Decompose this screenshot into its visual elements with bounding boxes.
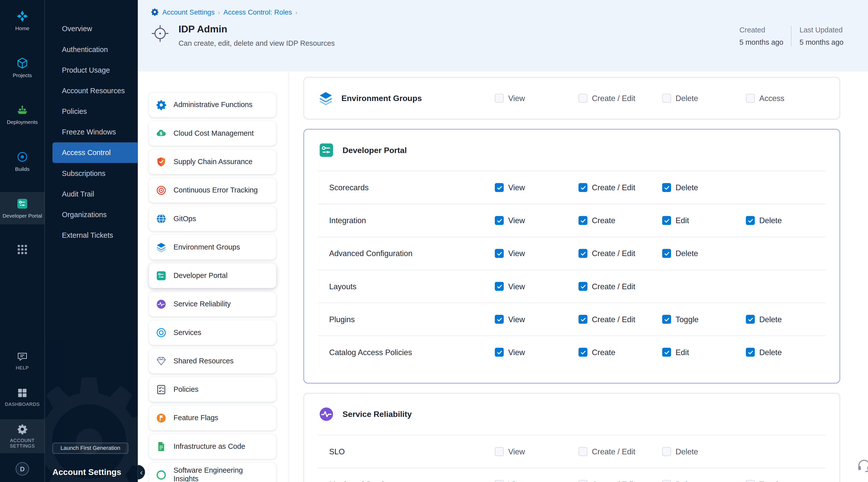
rail-item-home[interactable]: Home [0, 4, 45, 37]
checked-checkbox-icon [746, 216, 755, 225]
permission-row-label: Catalog Access Policies [318, 348, 495, 357]
resource-group-services[interactable]: Services [149, 321, 276, 345]
permission-create-edit-checkbox[interactable]: Create / Edit [579, 282, 662, 291]
shared-resources-icon [156, 356, 167, 367]
sidebar-item-overview[interactable]: Overview [45, 18, 138, 39]
rail-item-module-switcher[interactable] [0, 239, 45, 260]
rail-item-projects[interactable]: Projects [0, 51, 45, 84]
sidebar-item-account-resources[interactable]: Account Resources [45, 81, 138, 101]
unchecked-checkbox-icon [746, 480, 755, 482]
permission-create-edit-checkbox[interactable]: Create / Edit [579, 249, 662, 258]
infrastructure-as-code-icon [156, 441, 167, 452]
permission-delete-checkbox[interactable]: Delete [746, 216, 826, 225]
resource-group-label: Policies [174, 386, 198, 394]
sidebar-item-subscriptions[interactable]: Subscriptions [45, 163, 138, 184]
permission-view-checkbox[interactable]: View [495, 348, 579, 357]
user-avatar-button[interactable]: D [0, 456, 45, 482]
permission-view-checkbox[interactable]: View [495, 249, 579, 258]
resource-group-software-engineering-insights[interactable]: Software Engineering Insights [149, 463, 276, 482]
sidebar-item-label: Access Control [62, 149, 111, 157]
permission-delete-checkbox[interactable]: Delete [662, 447, 746, 456]
permission-view-checkbox[interactable]: View [495, 480, 579, 482]
sidebar-item-authentication[interactable]: Authentication [45, 39, 138, 60]
resource-group-shared-resources[interactable]: Shared Resources [149, 349, 276, 373]
rail-item-label: Developer Portal [2, 213, 42, 219]
permission-delete-checkbox[interactable]: Delete [662, 183, 746, 192]
permission-delete-checkbox[interactable]: Delete [662, 480, 746, 482]
services-icon [156, 327, 167, 338]
permission-card-title: Service Reliability [343, 410, 412, 419]
created-meta: Created 5 months ago [739, 26, 783, 46]
resource-group-environment-groups[interactable]: Environment Groups [149, 235, 276, 260]
permission-view-checkbox[interactable]: View [495, 282, 579, 291]
permission-edit-checkbox[interactable]: Edit [662, 348, 746, 357]
permission-create-edit-checkbox[interactable]: Create / Edit [579, 480, 662, 482]
resource-group-cloud-cost-management[interactable]: $Cloud Cost Management [149, 121, 276, 146]
sidebar-item-external-tickets[interactable]: External Tickets [45, 225, 138, 245]
environment-groups-icon [156, 242, 167, 253]
permission-toggle-checkbox[interactable]: Toggle [662, 315, 746, 324]
resource-group-label: Supply Chain Assurance [174, 158, 253, 166]
rail-item-builds[interactable]: Builds [0, 145, 45, 177]
permission-delete-checkbox[interactable]: Delete [746, 348, 826, 357]
resource-group-administrative-functions[interactable]: Administrative Functions [149, 93, 276, 117]
sidebar-item-audit-trail[interactable]: Audit Trail [45, 184, 138, 204]
permission-view-checkbox[interactable]: View [495, 315, 579, 324]
resource-group-developer-portal[interactable]: Developer Portal [149, 263, 276, 288]
sidebar-item-policies[interactable]: Policies [45, 101, 138, 122]
permission-toggle-checkbox[interactable]: Toggle [746, 480, 826, 482]
resource-group-supply-chain-assurance[interactable]: Supply Chain Assurance [149, 150, 276, 174]
permission-card-header: Service Reliability [318, 394, 826, 435]
permission-create-edit-checkbox[interactable]: Create / Edit [579, 315, 662, 324]
rail-item-developer-portal[interactable]: Developer Portal [0, 192, 45, 224]
rail-item-deployments[interactable]: Deployments [0, 98, 45, 131]
rail-item-dashboards[interactable]: DASHBOARDS [0, 383, 45, 411]
breadcrumb-account-settings-link[interactable]: Account Settings [162, 8, 215, 16]
permission-create-edit-checkbox[interactable]: Create / Edit [579, 447, 662, 456]
permission-label: Delete [759, 216, 782, 225]
permission-create-edit-checkbox[interactable]: Create / Edit [579, 94, 662, 103]
rail-item-account-settings[interactable]: ACCOUNT SETTINGS [0, 419, 45, 453]
permission-label: Create / Edit [592, 282, 636, 291]
main-content: Account Settings › Access Control: Roles… [138, 0, 868, 482]
sidebar-item-organizations[interactable]: Organizations [45, 204, 138, 225]
permission-delete-checkbox[interactable]: Delete [746, 315, 826, 324]
resource-group-continuous-error-tracking[interactable]: Continuous Error Tracking [149, 178, 276, 203]
permission-view-checkbox[interactable]: View [495, 94, 579, 103]
launch-first-generation-button[interactable]: Launch First Generation [53, 442, 128, 453]
rail-item-help[interactable]: HELP [0, 346, 45, 375]
permission-row-label: SLO [318, 447, 495, 456]
permission-view-checkbox[interactable]: View [495, 216, 579, 225]
permission-delete-checkbox[interactable]: Delete [662, 249, 746, 258]
rail-item-label: Deployments [7, 119, 38, 125]
breadcrumb-access-control-roles-link[interactable]: Access Control: Roles [223, 8, 292, 16]
sidebar-item-label: Audit Trail [62, 190, 94, 198]
permission-create-edit-checkbox[interactable]: Create / Edit [579, 183, 662, 192]
checked-checkbox-icon [662, 249, 671, 258]
permission-label: Create / Edit [592, 249, 636, 258]
sidebar-item-freeze-windows[interactable]: Freeze Windows [45, 122, 138, 142]
permission-label: Toggle [759, 480, 782, 482]
headset-support-icon[interactable] [856, 458, 868, 473]
resource-group-policies[interactable]: Policies [149, 377, 276, 402]
resource-group-infrastructure-as-code[interactable]: Infrastructure as Code [149, 434, 276, 459]
permission-card-title: Developer Portal [343, 146, 407, 155]
environment-groups-icon [318, 90, 334, 106]
permission-view-checkbox[interactable]: View [495, 447, 579, 456]
permission-access-checkbox[interactable]: Access [746, 94, 826, 103]
permission-edit-checkbox[interactable]: Edit [662, 216, 746, 225]
resource-group-gitops[interactable]: GitOps [149, 207, 276, 231]
permission-create-checkbox[interactable]: Create [579, 216, 662, 225]
resource-group-feature-flags[interactable]: Feature Flags [149, 406, 276, 430]
checked-checkbox-icon [579, 315, 587, 324]
permission-view-checkbox[interactable]: View [495, 183, 579, 192]
sidebar-item-access-control[interactable]: Access Control [53, 142, 138, 163]
sidebar-item-product-usage[interactable]: Product Usage [45, 60, 138, 81]
permission-label: Delete [676, 94, 698, 103]
permission-create-checkbox[interactable]: Create [579, 348, 662, 357]
permission-delete-checkbox[interactable]: Delete [662, 94, 746, 103]
permission-label: Delete [676, 447, 698, 456]
screen: HomeProjectsDeploymentsBuildsDeveloper P… [0, 0, 868, 482]
resource-group-service-reliability[interactable]: Service Reliability [149, 292, 276, 317]
account-settings-gear-icon [151, 8, 159, 16]
